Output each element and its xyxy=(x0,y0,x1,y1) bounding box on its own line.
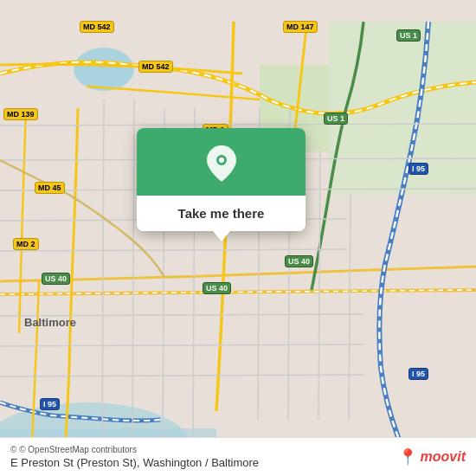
shield-md139: MD 139 xyxy=(3,108,38,120)
svg-point-23 xyxy=(219,158,224,163)
location-popup: Take me there xyxy=(137,128,306,231)
popup-header xyxy=(137,128,306,196)
svg-point-3 xyxy=(74,48,134,91)
shield-us40-2: US 40 xyxy=(203,282,231,294)
bottom-bar: © © OpenStreetMap contributors E Preston… xyxy=(0,437,476,476)
shield-md2: MD 2 xyxy=(13,238,39,250)
map-roads xyxy=(0,0,476,476)
shield-us40-1: US 40 xyxy=(42,273,70,285)
shield-md542-1: MD 542 xyxy=(80,21,114,33)
svg-rect-1 xyxy=(329,22,476,195)
shield-us1-2: US 1 xyxy=(324,113,348,125)
shield-i95-1: I 95 xyxy=(408,163,428,175)
moovit-brand-text: moovit xyxy=(421,449,466,465)
location-name: E Preston St (Preston St), Washington / … xyxy=(10,456,259,469)
shield-us1-1: US 1 xyxy=(396,29,421,42)
moovit-logo: 📍 moovit xyxy=(398,447,466,466)
attribution-text: © © OpenStreetMap contributors xyxy=(10,445,259,454)
location-pin-icon xyxy=(204,144,239,183)
moovit-pin-icon: 📍 xyxy=(398,447,417,466)
shield-md542-2: MD 542 xyxy=(138,61,173,73)
shield-md45: MD 45 xyxy=(35,182,65,194)
city-label: Baltimore xyxy=(24,316,76,329)
shield-i95-3: I 95 xyxy=(40,398,60,410)
map-container: MD 542 MD 542 MD 147 US 1 MD 139 MD 1 US… xyxy=(0,0,476,476)
bottom-bar-info: © © OpenStreetMap contributors E Preston… xyxy=(10,445,259,469)
take-me-there-button[interactable]: Take me there xyxy=(137,196,306,231)
shield-i95-2: I 95 xyxy=(408,368,428,380)
shield-us40-3: US 40 xyxy=(285,255,313,267)
shield-md147: MD 147 xyxy=(283,21,318,33)
